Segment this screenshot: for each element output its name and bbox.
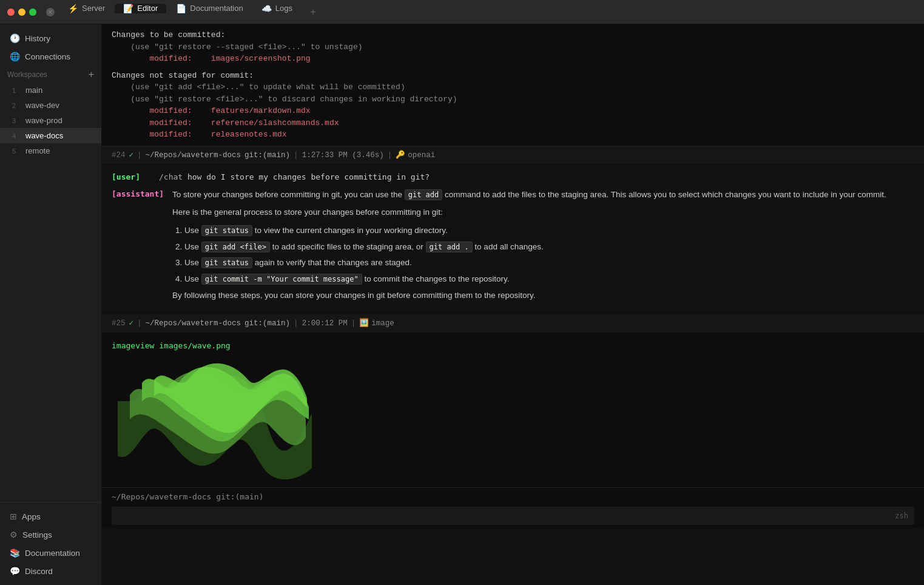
sidebar-item-connections[interactable]: 🌐 Connections	[2, 47, 99, 66]
workspace-num-4: 4	[12, 132, 21, 140]
prompt-24-model: 🔑 openai	[396, 150, 435, 161]
add-tab-button[interactable]: +	[305, 4, 322, 21]
workspace-label-4: wave-docs	[25, 131, 63, 140]
prompt-25-separator1: |	[137, 318, 142, 330]
zsh-label: zsh	[895, 510, 908, 521]
prompt-25-model: 🖼️ image	[359, 318, 394, 330]
workspace-label-3: wave-prod	[25, 116, 62, 125]
prompt-25-git: git:(main)	[244, 318, 290, 330]
prompt-25-num: #25	[112, 318, 126, 330]
inline-code-status2: git status	[201, 257, 252, 268]
sidebar-bottom: ⊞ Apps ⚙ Settings 📚 Documentation 💬 Disc…	[0, 502, 101, 585]
sidebar-item-history[interactable]: 🕐 History	[2, 29, 99, 47]
prompt-24-path: ~/Repos/waveterm-docs	[146, 150, 241, 161]
titlebar: ✕ ⚡ Server 📝 Editor 📄 Documentation ☁️ L…	[0, 0, 924, 24]
prompt-25-time: 2:00:12 PM	[302, 318, 348, 330]
workspace-label-2: wave-dev	[25, 101, 59, 110]
sidebar-item-documentation[interactable]: 📚 Documentation	[2, 544, 99, 562]
apps-icon: ⊞	[10, 512, 17, 521]
chat-assistant-label: [assistant]	[112, 188, 172, 200]
tab-logs[interactable]: ☁️ Logs	[253, 4, 301, 13]
workspace-item-2[interactable]: 2 wave-dev	[0, 98, 101, 113]
sidebar-top: 🕐 History 🌐 Connections Workspaces + 1 m…	[0, 24, 101, 502]
prompt-24-separator3: |	[388, 150, 393, 161]
tab-server-label: Server	[82, 4, 105, 13]
sidebar-connections-label: Connections	[25, 52, 70, 61]
prompt-24-check: ✓	[129, 150, 134, 161]
tab-editor-label: Editor	[137, 4, 158, 13]
tab-server[interactable]: ⚡ Server	[59, 4, 113, 13]
chat-steps-list: Use git status to view the current chang…	[184, 224, 886, 285]
workspace-label-1: main	[25, 86, 42, 95]
prompt-24-separator1: |	[137, 150, 142, 161]
prompt-25-model-icon: 🖼️	[359, 318, 369, 330]
close-button[interactable]	[7, 8, 15, 16]
workspace-num-1: 1	[12, 87, 21, 94]
prompt-24-git: git:(main)	[244, 150, 290, 161]
traffic-lights	[7, 8, 36, 16]
tab-documentation-label: Documentation	[190, 4, 243, 13]
prompt-24-separator2: |	[294, 150, 298, 161]
terminal-input[interactable]	[118, 511, 895, 520]
git-unstaged-header: Changes not staged for commit:	[112, 70, 914, 82]
sidebar-history-label: History	[25, 34, 50, 43]
sidebar-item-apps[interactable]: ⊞ Apps	[2, 507, 99, 526]
prompt-25-check: ✓	[129, 318, 134, 330]
chat-user-label: [user]	[112, 171, 154, 183]
workspace-item-3[interactable]: 3 wave-prod	[0, 113, 101, 128]
bottom-prompt-area: ~/Repos/waveterm-docs git:(main) zsh	[102, 487, 924, 528]
prompt-24-time: 1:27:33 PM (3.46s)	[302, 150, 384, 161]
inline-code-commit: git commit -m "Your commit message"	[201, 274, 362, 285]
bottom-prompt-text: ~/Repos/waveterm-docs git:(main)	[112, 492, 263, 501]
git-staged-hint: (use "git restore --staged <file>..." to…	[112, 41, 914, 53]
tab-editor[interactable]: 📝 Editor	[115, 4, 166, 13]
git-unstaged-file-1: modified: features/markdown.mdx	[112, 105, 914, 117]
terminal-output[interactable]: Changes to be committed: (use "git resto…	[102, 24, 924, 585]
prompt-25-separator3: |	[351, 318, 356, 330]
editor-tab-icon: 📝	[123, 4, 133, 13]
prompt-24-num: #24	[112, 150, 126, 161]
chat-assistant-row: [assistant] To store your changes before…	[112, 188, 914, 307]
workspace-num-5: 5	[12, 147, 21, 155]
chat-block: [user] /chat how do I store my changes b…	[102, 164, 924, 314]
sidebar-item-settings[interactable]: ⚙ Settings	[2, 526, 99, 544]
minimize-button[interactable]	[18, 8, 25, 16]
prompt-24-model-icon: 🔑	[396, 150, 405, 161]
git-unstaged-file-2: modified: reference/slashcommands.mdx	[112, 117, 914, 129]
sidebar-item-discord[interactable]: 💬 Discord	[2, 562, 99, 580]
close-icon[interactable]: ✕	[46, 8, 55, 16]
git-unstaged-hint2: (use "git restore <file>..." to discard …	[112, 93, 914, 106]
inline-code-add-dot: git add .	[426, 242, 473, 252]
chat-user-row: [user] /chat how do I store my changes b…	[112, 171, 914, 183]
sidebar-documentation-label: Documentation	[25, 549, 80, 558]
tabs-bar: ⚡ Server 📝 Editor 📄 Documentation ☁️ Log…	[59, 4, 917, 21]
tab-documentation[interactable]: 📄 Documentation	[167, 4, 251, 13]
prompt-25-path: ~/Repos/waveterm-docs	[146, 318, 241, 330]
imageview-block: imageview images/wave.png	[102, 333, 924, 488]
workspace-item-5[interactable]: 5 remote	[0, 143, 101, 158]
workspace-num-3: 3	[12, 117, 21, 124]
add-workspace-button[interactable]: +	[89, 69, 94, 80]
wave-image-container	[112, 359, 318, 480]
chat-step-4: Use git commit -m "Your commit message" …	[184, 272, 886, 286]
logs-tab-icon: ☁️	[261, 4, 272, 13]
chat-assistant-body: To store your changes before committing …	[172, 188, 886, 307]
prompt-24-model-name: openai	[408, 150, 435, 161]
imageview-command: imageview images/wave.png	[112, 340, 914, 352]
inline-code-status1: git status	[201, 225, 252, 236]
server-tab-icon: ⚡	[68, 4, 78, 13]
maximize-button[interactable]	[29, 8, 36, 16]
history-icon: 🕐	[10, 33, 20, 43]
bottom-input-row: zsh	[112, 507, 914, 525]
doc-tab-icon: 📄	[176, 4, 186, 13]
workspace-item-1[interactable]: 1 main	[0, 83, 101, 98]
git-status-output: Changes to be committed: (use "git resto…	[102, 24, 924, 146]
sidebar: 🕐 History 🌐 Connections Workspaces + 1 m…	[0, 24, 102, 585]
prompt-25-separator2: |	[294, 318, 298, 330]
sidebar-discord-label: Discord	[25, 567, 53, 576]
git-staged-file-1: modified: images/screenshot.png	[112, 53, 914, 65]
discord-icon: 💬	[10, 566, 20, 576]
workspace-item-4[interactable]: 4 wave-docs	[0, 128, 101, 143]
workspaces-label: Workspaces	[7, 70, 47, 79]
chat-user-message: /chat how do I store my changes before c…	[159, 171, 430, 183]
